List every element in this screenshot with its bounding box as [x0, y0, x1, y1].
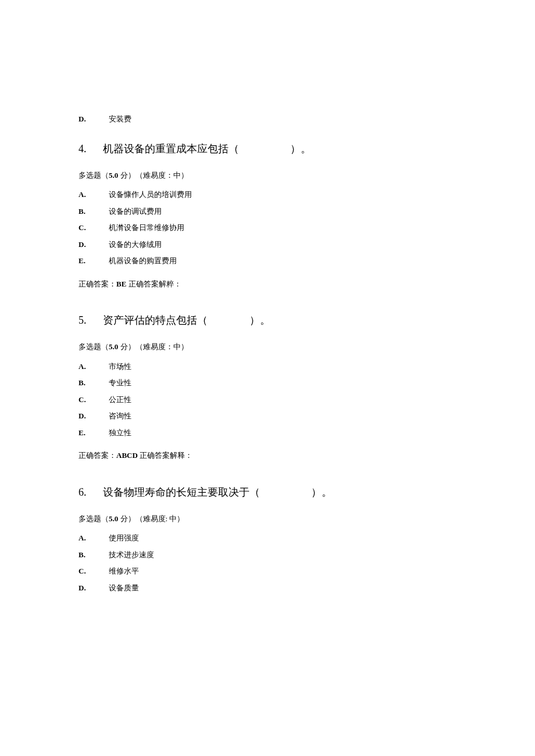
option-letter: B. [79, 206, 109, 217]
option-row: B. 技术进步速度 [79, 549, 456, 561]
option-letter: C. [79, 565, 109, 577]
question-5-heading: 5. 资产评估的特点包括（）。 [79, 313, 456, 328]
option-text: 维修水平 [109, 565, 139, 577]
option-row: A. 使用强度 [79, 532, 456, 544]
option-letter: A. [79, 189, 109, 200]
option-letter: A. [79, 361, 109, 372]
option-letter: D. [79, 239, 109, 250]
question-6-meta: 多选题（5.0 分）（难易度: 中） [79, 513, 456, 525]
option-text: 公正性 [109, 394, 131, 406]
option-text: 设备慷作人员的培训费用 [109, 189, 192, 200]
question-4-meta: 多选题（5.0 分）（难易度：中） [79, 170, 456, 181]
option-letter: C. [79, 394, 109, 406]
question-stem: 资产评估的特点包括（）。 [103, 313, 270, 328]
option-text: 设备质量 [109, 582, 139, 594]
option-letter: A. [79, 532, 109, 544]
question-4-heading: 4. 机器设备的重置成本应包括（）。 [79, 141, 456, 157]
option-text: 机潸设备日常维修协用 [109, 222, 184, 234]
question-number: 6. [79, 485, 87, 500]
option-row: C. 机潸设备日常维修协用 [79, 222, 456, 234]
option-letter: C. [79, 222, 109, 234]
option-letter: B. [79, 549, 109, 561]
option-text: 技术进步速度 [109, 549, 154, 561]
option-letter: B. [79, 377, 109, 389]
option-row: A. 市场性 [79, 361, 456, 372]
option-row: E. 独立性 [79, 427, 456, 439]
option-text: 设备的大修绒用 [109, 239, 162, 250]
question-6-options: A. 使用强度 B. 技术进步速度 C. 维修水平 D. 设备质量 [79, 532, 456, 593]
option-row: D. 安装费 [79, 113, 456, 125]
option-letter: D. [79, 582, 109, 594]
option-row: B. 设备的调试费用 [79, 206, 456, 217]
option-text: 机器设备的购置费用 [109, 255, 177, 267]
question-stem: 设备物理寿命的长短主要取决于（）。 [103, 485, 332, 500]
question-5-answer: 正确答案：ABCD 正确答案解释： [79, 450, 456, 461]
question-6-heading: 6. 设备物理寿命的长短主要取决于（）。 [79, 485, 456, 500]
option-text: 使用强度 [109, 532, 139, 544]
question-4-answer: 正确答案：BE 正确答案解粹： [79, 278, 456, 290]
question-number: 5. [79, 313, 87, 328]
option-letter: E. [79, 427, 109, 439]
option-row: C. 公正性 [79, 394, 456, 406]
option-text: 独立性 [109, 427, 131, 439]
question-5-options: A. 市场性 B. 专业性 C. 公正性 D. 咨询性 E. 独立性 [79, 361, 456, 439]
option-text: 安装费 [109, 113, 131, 125]
option-row: D. 设备质量 [79, 582, 456, 594]
option-row: E. 机器设备的购置费用 [79, 255, 456, 267]
option-letter: D. [79, 113, 109, 125]
option-row: D. 咨询性 [79, 410, 456, 422]
option-row: A. 设备慷作人员的培训费用 [79, 189, 456, 200]
option-text: 专业性 [109, 377, 131, 389]
question-stem: 机器设备的重置成本应包括（）。 [103, 141, 311, 157]
option-text: 咨询性 [109, 410, 131, 422]
option-text: 设备的调试费用 [109, 206, 162, 217]
question-number: 4. [79, 141, 87, 157]
option-letter: E. [79, 255, 109, 267]
option-row: B. 专业性 [79, 377, 456, 389]
question-4-options: A. 设备慷作人员的培训费用 B. 设备的调试费用 C. 机潸设备日常维修协用 … [79, 189, 456, 267]
option-letter: D. [79, 410, 109, 422]
question-5-meta: 多选题（5.0 分）（难易度：中） [79, 341, 456, 353]
option-row: D. 设备的大修绒用 [79, 239, 456, 250]
option-text: 市场性 [109, 361, 131, 372]
option-row: C. 维修水平 [79, 565, 456, 577]
